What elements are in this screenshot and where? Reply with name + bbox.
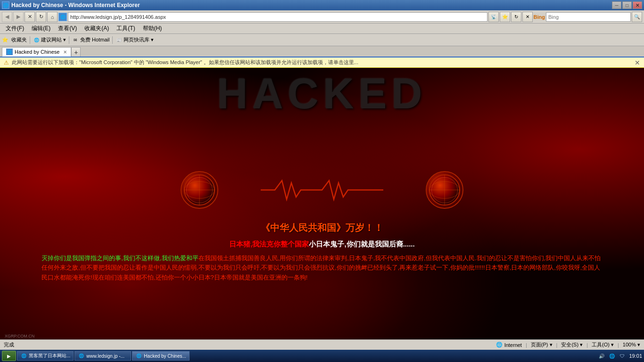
refresh-button[interactable]: ↻ — [36, 12, 46, 22]
hacked-title-section: HACKED — [65, 73, 580, 115]
status-internet-label: Internet — [504, 342, 522, 348]
fav-suggest[interactable]: 🌐 建议网站 ▾ — [33, 36, 66, 43]
back-button[interactable]: ◀ — [2, 12, 12, 22]
fav-gallery-icon: 📰 — [116, 37, 122, 43]
stop2-button[interactable]: ✕ — [522, 12, 533, 22]
heartbeat-svg — [228, 176, 416, 204]
tab-bar: 🌐 Hacked by Chinese ✕ + — [0, 46, 644, 58]
tray-network-icon: 🌐 — [608, 352, 616, 360]
taskbar-right: 🔊 🌐 🛡 19:01 — [598, 352, 642, 360]
menu-edit[interactable]: 编辑(E) — [28, 24, 54, 33]
close-button[interactable]: ✕ — [633, 1, 642, 9]
menu-file[interactable]: 文件(F) — [2, 24, 28, 33]
address-icon: 🌐 — [58, 13, 67, 21]
svg-point-1 — [184, 181, 215, 198]
favorites-btn[interactable]: ⭐ — [500, 12, 510, 22]
favorites-bar: ⭐ 收藏夹 🌐 建议网站 ▾ ✉ 免费 Hotmail 📰 网页快讯库 ▾ — [0, 34, 644, 46]
address-input[interactable] — [68, 12, 487, 22]
svg-point-5 — [429, 181, 460, 198]
title-bar-buttons: ─ □ ✕ — [612, 1, 642, 9]
svg-point-0 — [184, 175, 215, 205]
home-button[interactable]: ⌂ — [47, 12, 58, 22]
status-zoom[interactable]: 100% ▾ — [623, 342, 640, 348]
title-bar-text: Hacked by Chinese - Windows Internet Exp… — [11, 2, 140, 8]
title-bar-left: 🌐 Hacked by Chinese - Windows Internet E… — [2, 1, 140, 9]
address-bar-container: 🌐 — [58, 12, 487, 22]
taskbar-icon-1: 🌐 — [20, 353, 27, 359]
info-close-button[interactable]: ✕ — [635, 59, 640, 66]
hack-paragraph: 灭掉你们是我国弹指之间的事,我们不这样做,我们热爱和平在我国领土抓捕我国善良人民… — [32, 254, 611, 283]
taskbar-task-2[interactable]: 🌐 www.ledsign.jp -... — [74, 351, 131, 361]
fav-gallery-label: 网页快讯库 ▾ — [124, 36, 154, 43]
status-internet: 🌐 Internet — [496, 342, 522, 348]
status-ready: 完成 — [4, 341, 492, 348]
system-clock: 19:01 — [629, 353, 642, 359]
menu-bar: 文件(F) 编辑(E) 查看(V) 收藏夹(A) 工具(T) 帮助(H) — [0, 24, 644, 34]
tab-hacked-close[interactable]: ✕ — [63, 49, 67, 55]
fav-hotmail-icon: ✉ — [72, 37, 79, 43]
status-security[interactable]: 安全(S) ▾ — [561, 341, 583, 348]
tab-hacked-label: Hacked by Chinese — [15, 49, 59, 55]
info-bar-text: 此网站需要运行以下加载项："Microsoft Corporation" 中的 … — [12, 59, 632, 66]
new-tab-button[interactable]: + — [71, 47, 81, 57]
hack-line1: 日本猪,我法克你整个国家小日本鬼子,你们就是我国后裔...... — [32, 240, 611, 249]
status-bar: 完成 🌐 Internet | 页面(P) ▾ | 安全(S) ▾ | 工具(O… — [0, 339, 644, 350]
fav-separator — [30, 36, 30, 44]
status-tools[interactable]: 工具(O) ▾ — [592, 341, 614, 348]
ie-icon: 🌐 — [2, 1, 9, 9]
fav-gallery[interactable]: 📰 网页快讯库 ▾ — [116, 36, 154, 43]
bing-icon: Bing — [534, 14, 545, 20]
globe-right — [426, 171, 463, 209]
taskbar-icon-2: 🌐 — [78, 353, 84, 359]
prc-slogan: 《中华人民共和国》万岁！！ — [32, 222, 611, 234]
menu-favorites[interactable]: 收藏夹(A) — [81, 24, 113, 33]
menu-help[interactable]: 帮助(H) — [139, 24, 166, 33]
menu-tools[interactable]: 工具(T) — [113, 24, 139, 33]
status-internet-icon: 🌐 — [496, 342, 503, 348]
title-bar: 🌐 Hacked by Chinese - Windows Internet E… — [0, 0, 644, 10]
taskbar-task-label-2: www.ledsign.jp -... — [86, 354, 124, 359]
globe-heartbeat-section — [181, 171, 463, 209]
search-button[interactable]: 🔍 — [632, 12, 642, 22]
tab-hacked-icon: 🌐 — [6, 49, 13, 55]
taskbar-task-label-3: Hacked by Chines... — [144, 354, 186, 359]
fav-suggest-label: 建议网站 ▾ — [41, 36, 66, 43]
tab-hacked[interactable]: 🌐 Hacked by Chinese ✕ — [2, 47, 71, 57]
refresh2-button[interactable]: ↻ — [511, 12, 521, 22]
hack-line1-red: 日本猪,我法克你整个国家 — [229, 240, 309, 248]
fav-hotmail-label: 免费 Hotmail — [80, 36, 109, 43]
globe-right-svg — [428, 173, 461, 206]
nav-bar: ◀ ▶ ✕ ↻ ⌂ 🌐 📡 ⭐ ↻ ✕ Bing 🔍 — [0, 10, 644, 24]
taskbar-task-label-1: 黑客黑了日本网站... — [29, 353, 70, 359]
taskbar-task-1[interactable]: 🌐 黑客黑了日本网站... — [17, 351, 74, 361]
info-icon: ⚠ — [4, 59, 9, 66]
fav-separator3 — [112, 36, 113, 44]
stop-button[interactable]: ✕ — [25, 12, 35, 22]
watermark: XGRP.COM.CN — [5, 334, 34, 338]
fav-suggest-icon: 🌐 — [33, 37, 40, 43]
start-button[interactable]: ▶ — [2, 351, 16, 361]
tray-volume-icon: 🔊 — [598, 352, 605, 360]
svg-point-4 — [429, 175, 460, 205]
menu-view[interactable]: 查看(V) — [54, 24, 81, 33]
info-bar: ⚠ 此网站需要运行以下加载项："Microsoft Corporation" 中… — [0, 58, 644, 68]
status-page[interactable]: 页面(P) ▾ — [531, 341, 553, 348]
search-container: Bing 🔍 — [534, 12, 642, 22]
minimize-button[interactable]: ─ — [612, 1, 621, 9]
rss-button[interactable]: 📡 — [488, 12, 499, 22]
tray-security-icon: 🛡 — [619, 352, 626, 360]
fav-hotmail[interactable]: ✉ 免费 Hotmail — [72, 36, 109, 43]
taskbar-task-3[interactable]: 🌐 Hacked by Chines... — [132, 351, 190, 361]
maximize-button[interactable]: □ — [622, 1, 632, 9]
chinese-text-section: 《中华人民共和国》万岁！！ 日本猪,我法克你整个国家小日本鬼子,你们就是我国后裔… — [32, 222, 611, 283]
fav-separator2 — [69, 36, 69, 44]
hacked-letters: HACKED — [65, 73, 580, 115]
paragraph-green: 灭掉你们是我国弹指之间的事,我们不这样做,我们热爱和平 — [41, 255, 198, 262]
hack-line1-white: 小日本鬼子,你们就是我国后裔...... — [309, 240, 414, 248]
taskbar: ▶ 🌐 黑客黑了日本网站... 🌐 www.ledsign.jp -... 🌐 … — [0, 350, 644, 362]
search-input[interactable] — [546, 12, 631, 22]
globe-left-svg — [183, 173, 216, 206]
forward-button[interactable]: ▶ — [13, 12, 24, 22]
favorites-label: 收藏夹 — [11, 36, 27, 43]
taskbar-icon-3: 🌐 — [135, 353, 142, 359]
